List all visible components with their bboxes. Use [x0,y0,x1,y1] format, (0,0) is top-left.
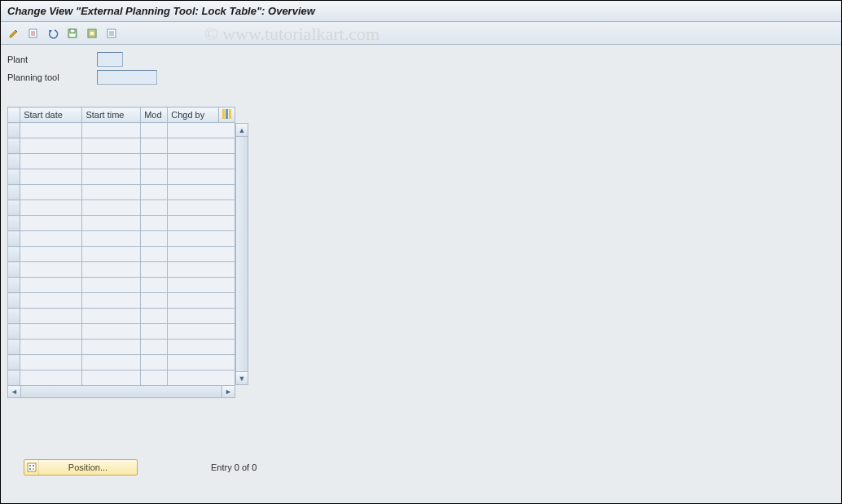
cell[interactable] [82,309,141,324]
cell[interactable] [141,216,168,231]
table-row[interactable] [8,231,235,247]
row-selector[interactable] [8,216,20,231]
cell[interactable] [82,355,141,370]
cell[interactable] [168,200,235,216]
cell[interactable] [20,262,82,278]
scroll-left-button[interactable]: ◄ [8,386,21,397]
col-mod[interactable]: Mod [141,107,168,123]
table-row[interactable] [8,138,235,154]
cell[interactable] [168,154,235,169]
cell[interactable] [168,293,235,309]
table-row[interactable] [8,216,235,231]
row-selector[interactable] [8,293,20,309]
row-selector[interactable] [8,340,20,355]
cell[interactable] [141,200,168,216]
table-row[interactable] [8,247,235,262]
deselect-all-button[interactable] [103,25,120,42]
cell[interactable] [20,200,82,216]
cell[interactable] [82,262,141,278]
cell[interactable] [168,138,235,154]
cell[interactable] [20,324,82,340]
row-selector[interactable] [8,247,20,262]
cell[interactable] [141,231,168,247]
row-selector[interactable] [8,185,20,200]
select-all-button[interactable] [84,25,100,42]
cell[interactable] [82,278,141,293]
save-variant-button[interactable] [64,25,81,42]
table-row[interactable] [8,293,235,309]
row-selector[interactable] [8,200,20,216]
table-row[interactable] [8,370,235,386]
cell[interactable] [20,370,82,386]
cell[interactable] [141,355,168,370]
new-entries-button[interactable] [25,25,42,42]
cell[interactable] [82,185,141,200]
cell[interactable] [141,324,168,340]
row-selector[interactable] [8,138,20,154]
table-row[interactable] [8,154,235,169]
row-selector[interactable] [8,355,20,370]
cell[interactable] [141,123,168,138]
cell[interactable] [168,324,235,340]
undo-button[interactable] [45,25,61,42]
vertical-scrollbar[interactable]: ▲ ▼ [235,123,248,385]
scroll-down-button[interactable]: ▼ [236,371,248,384]
cell[interactable] [82,231,141,247]
cell[interactable] [20,169,82,185]
cell[interactable] [168,247,235,262]
col-chgd-by[interactable]: Chgd by [168,107,219,123]
cell[interactable] [82,247,141,262]
table-row[interactable] [8,200,235,216]
cell[interactable] [141,154,168,169]
cell[interactable] [82,123,141,138]
cell[interactable] [82,293,141,309]
cell[interactable] [141,309,168,324]
cell[interactable] [20,231,82,247]
toggle-change-button[interactable] [6,25,22,42]
cell[interactable] [168,123,235,138]
table-row[interactable] [8,355,235,370]
row-selector[interactable] [8,154,20,169]
row-selector[interactable] [8,309,20,324]
position-button[interactable]: Position... [24,459,138,476]
cell[interactable] [82,138,141,154]
cell[interactable] [20,185,82,200]
cell[interactable] [141,185,168,200]
cell[interactable] [141,262,168,278]
cell[interactable] [141,370,168,386]
cell[interactable] [168,169,235,185]
cell[interactable] [82,340,141,355]
scroll-up-button[interactable]: ▲ [236,124,248,137]
cell[interactable] [141,340,168,355]
row-selector[interactable] [8,370,20,386]
cell[interactable] [168,370,235,386]
cell[interactable] [141,169,168,185]
table-row[interactable] [8,278,235,293]
cell[interactable] [82,154,141,169]
cell[interactable] [82,216,141,231]
row-selector[interactable] [8,123,20,138]
row-selector[interactable] [8,231,20,247]
planning-tool-input[interactable] [97,70,157,85]
scroll-right-button[interactable]: ► [221,386,235,397]
horizontal-scrollbar[interactable]: ◄ ► [7,385,235,398]
cell[interactable] [82,324,141,340]
cell[interactable] [20,278,82,293]
cell[interactable] [141,293,168,309]
table-row[interactable] [8,309,235,324]
cell[interactable] [168,231,235,247]
cell[interactable] [168,278,235,293]
row-selector[interactable] [8,169,20,185]
cell[interactable] [20,138,82,154]
cell[interactable] [168,340,235,355]
cell[interactable] [20,309,82,324]
cell[interactable] [168,262,235,278]
cell[interactable] [20,340,82,355]
table-row[interactable] [8,262,235,278]
table-row[interactable] [8,324,235,340]
cell[interactable] [20,154,82,169]
table-row[interactable] [8,169,235,185]
cell[interactable] [141,247,168,262]
cell[interactable] [168,355,235,370]
table-row[interactable] [8,123,235,138]
